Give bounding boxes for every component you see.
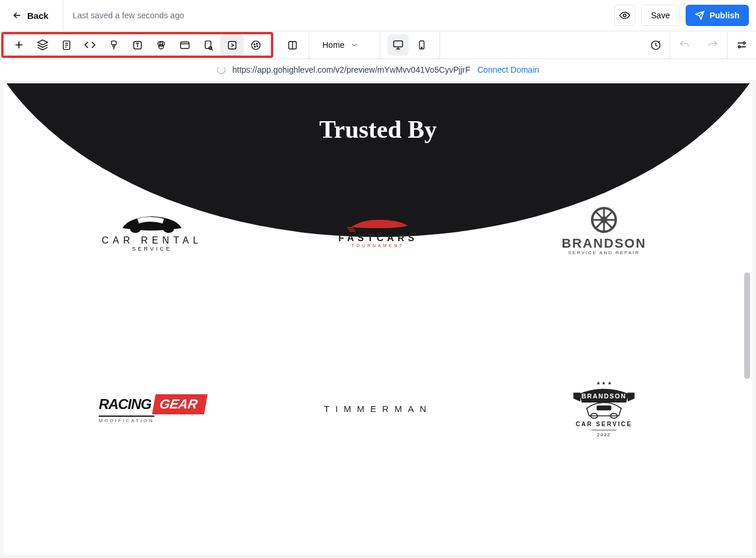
svg-text:2022: 2022	[597, 432, 610, 437]
seo-button[interactable]	[196, 34, 220, 56]
logo-subtitle: SERVICE	[102, 246, 202, 252]
redo-button[interactable]	[699, 31, 727, 59]
toolbar-group-highlighted	[1, 32, 273, 58]
save-button[interactable]: Save	[641, 5, 680, 26]
logo-subtitle: SERVICE AND REPAIR	[561, 251, 646, 256]
svg-marker-1	[38, 40, 48, 45]
undo-button[interactable]	[670, 31, 699, 59]
logo-racing-gear: RACING GEAR MODIFICATION	[39, 379, 265, 438]
svg-rect-3	[111, 41, 116, 44]
badge-icon: ★ ★ ★ BRANDSON CAR SERVICE 2022	[563, 379, 645, 438]
history-icon	[650, 40, 661, 51]
logo-brandson: BRANDSON SERVICE AND REPAIR	[491, 202, 717, 261]
undo-icon	[679, 39, 690, 51]
cookie-button[interactable]	[244, 34, 267, 56]
svg-point-22	[744, 42, 745, 44]
wheel-icon	[591, 207, 617, 233]
canvas-scrollbar[interactable]	[744, 272, 750, 379]
mobile-icon	[416, 40, 427, 50]
svg-point-24	[130, 226, 141, 233]
connect-domain-link[interactable]: Connect Domain	[477, 65, 539, 74]
logo-grid: CAR RENTAL SERVICE FASTCARS TOURNAMENT	[4, 202, 752, 554]
columns-button[interactable]	[280, 34, 304, 56]
publish-button[interactable]: Publish	[686, 5, 749, 26]
logo-timmerman: TIMMERMAN	[265, 379, 491, 438]
preview-button[interactable]	[614, 5, 635, 26]
logo-title: BRANDSON	[561, 236, 646, 251]
svg-point-20	[422, 47, 423, 48]
svg-point-0	[623, 14, 626, 17]
logo-car-rental: CAR RENTAL SERVICE	[39, 202, 265, 261]
preview-url: https://app.gohighlevel.com/v2/preview/m…	[232, 65, 470, 74]
brush-button[interactable]	[102, 34, 125, 56]
section-title: Trusted By	[4, 115, 752, 144]
back-button[interactable]: Back	[7, 8, 53, 23]
svg-text:CAR SERVICE: CAR SERVICE	[576, 421, 632, 427]
mobile-view-button[interactable]	[411, 34, 432, 56]
svg-point-13	[254, 44, 255, 45]
page-canvas[interactable]: Trusted By CAR RENTAL SERVICE	[4, 83, 752, 554]
color-button[interactable]	[149, 34, 173, 56]
svg-rect-11	[228, 41, 236, 49]
settings-button[interactable]	[728, 31, 756, 59]
separator	[309, 31, 309, 59]
divider	[63, 0, 63, 31]
svg-point-7	[159, 44, 163, 48]
svg-point-16	[257, 46, 258, 47]
svg-point-14	[256, 43, 257, 44]
layers-button[interactable]	[31, 34, 54, 56]
page-selector[interactable]: Home	[314, 34, 375, 56]
chevron-down-icon	[350, 41, 358, 49]
preview-url-bar: https://app.gohighlevel.com/v2/preview/m…	[0, 59, 756, 80]
svg-point-25	[163, 226, 174, 233]
canvas-wrapper: Trusted By CAR RENTAL SERVICE	[0, 80, 756, 558]
loading-spinner-icon	[217, 66, 225, 74]
text-icon	[132, 40, 143, 51]
svg-rect-18	[394, 41, 403, 47]
history-button[interactable]	[641, 31, 670, 59]
separator	[440, 31, 440, 59]
svg-rect-32	[597, 405, 612, 410]
layers-icon	[37, 39, 49, 51]
logo-text-main: RACING	[99, 396, 151, 413]
form-button[interactable]	[54, 34, 78, 56]
desktop-view-button[interactable]	[387, 34, 409, 56]
columns-icon	[287, 40, 298, 51]
back-label: Back	[27, 11, 49, 21]
card-button[interactable]	[173, 34, 196, 56]
logo-text-gear: GEAR	[152, 394, 208, 414]
svg-text:BRANDSON: BRANDSON	[581, 392, 626, 400]
add-element-button[interactable]	[7, 34, 31, 56]
code-button[interactable]	[78, 34, 102, 56]
logo-title: FASTCARS	[338, 233, 418, 244]
separator	[380, 31, 380, 59]
logo-subtitle: MODIFICATION	[99, 416, 154, 423]
logo-fastcars: FASTCARS TOURNAMENT	[265, 202, 491, 261]
svg-point-15	[254, 46, 256, 47]
logo-subtitle: TOURNAMENT	[338, 244, 418, 248]
top-bar: Back Last saved a few seconds ago Save P…	[0, 0, 756, 31]
editor-toolbar: Home	[0, 31, 756, 59]
arrow-left-icon	[12, 10, 22, 21]
svg-point-12	[251, 41, 260, 49]
desktop-icon	[392, 39, 404, 51]
redo-icon	[707, 39, 719, 51]
send-icon	[695, 11, 705, 20]
form-icon	[61, 40, 72, 51]
sliders-icon	[736, 39, 748, 51]
logo-title: CAR RENTAL	[102, 235, 202, 246]
text-button[interactable]	[125, 34, 149, 56]
doc-search-icon	[203, 40, 214, 51]
device-switcher	[385, 34, 435, 56]
car-silhouette-icon	[117, 210, 188, 235]
svg-rect-9	[205, 41, 211, 48]
svg-rect-8	[180, 41, 189, 48]
brush-icon	[108, 40, 119, 51]
svg-text:★ ★ ★: ★ ★ ★	[596, 380, 612, 386]
saved-status: Last saved a few seconds ago	[73, 11, 184, 20]
panel-icon	[179, 40, 190, 51]
popup-button[interactable]	[220, 34, 244, 56]
eye-icon	[619, 10, 630, 21]
overlap-circles-icon	[156, 40, 167, 51]
fastcar-icon	[343, 215, 413, 233]
